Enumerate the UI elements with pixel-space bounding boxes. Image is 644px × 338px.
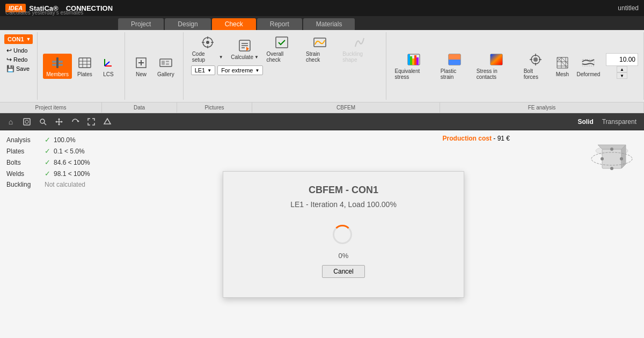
fe-number-up[interactable]: ▲ bbox=[617, 66, 627, 72]
3d-cube-widget[interactable] bbox=[588, 135, 636, 183]
tab-check[interactable]: Check bbox=[212, 18, 256, 30]
status-row-welds: Welds ✓ 98.1 < 100% bbox=[6, 170, 101, 178]
svg-point-58 bbox=[40, 119, 45, 123]
cancel-button[interactable]: Cancel bbox=[322, 265, 364, 278]
svg-marker-62 bbox=[58, 118, 60, 120]
view-transparent[interactable]: Transparent bbox=[599, 117, 640, 127]
mesh-button[interactable]: Mesh bbox=[552, 54, 573, 79]
plates-button[interactable]: Plates bbox=[74, 54, 96, 79]
svg-marker-67 bbox=[104, 119, 111, 124]
ribbon-section-data: Members Plates bbox=[38, 32, 125, 100]
svg-rect-39 bbox=[449, 54, 460, 60]
status-row-plates: Plates ✓ 0.1 < 5.0% bbox=[6, 147, 101, 155]
svg-marker-66 bbox=[78, 120, 79, 122]
le1-dropdown[interactable]: LE1 ▼ bbox=[191, 65, 216, 75]
svg-rect-56 bbox=[24, 119, 30, 125]
progress-spinner-area: 0% Cancel bbox=[223, 219, 464, 297]
svg-point-73 bbox=[610, 148, 613, 151]
main-content: Analysis ✓ 100.0% Plates ✓ 0.1 < 5.0% Bo… bbox=[0, 130, 644, 338]
ribbon-label-pictures: Pictures bbox=[177, 102, 252, 113]
svg-rect-34 bbox=[412, 58, 414, 65]
svg-point-43 bbox=[533, 57, 538, 62]
buckling-shape-button[interactable]: Buckling shape bbox=[339, 33, 380, 64]
svg-marker-63 bbox=[58, 124, 60, 126]
svg-rect-41 bbox=[491, 54, 502, 65]
svg-line-10 bbox=[105, 62, 109, 66]
progress-percent: 0% bbox=[339, 252, 349, 260]
svg-rect-16 bbox=[166, 61, 169, 62]
fe-number-input[interactable]: 10.00 bbox=[606, 53, 638, 66]
window-title: untitled bbox=[618, 4, 639, 12]
svg-marker-65 bbox=[61, 121, 63, 123]
svg-point-57 bbox=[25, 120, 28, 123]
svg-rect-3 bbox=[79, 58, 91, 68]
svg-line-59 bbox=[44, 123, 46, 125]
plastic-strain-button[interactable]: Plastic strain bbox=[437, 50, 472, 82]
gallery-button[interactable]: Gallery bbox=[154, 54, 178, 79]
strain-check-button[interactable]: Strain check bbox=[303, 33, 337, 64]
svg-rect-32 bbox=[408, 54, 410, 65]
svg-point-74 bbox=[620, 157, 623, 160]
svg-rect-17 bbox=[166, 63, 169, 65]
svg-point-75 bbox=[601, 157, 604, 160]
svg-rect-35 bbox=[414, 55, 416, 65]
deformed-button[interactable]: Deformed bbox=[574, 54, 603, 79]
nav-tabs: Project Design Check Report Materials bbox=[0, 16, 644, 30]
search-button[interactable] bbox=[36, 115, 49, 128]
progress-dialog: CBFEM - CON1 LE1 - Iteration 4, Load 100… bbox=[223, 171, 464, 298]
redo-button[interactable]: ↪ Redo bbox=[4, 55, 33, 64]
progress-subtitle: LE1 - Iteration 4, Load 100.00% bbox=[223, 200, 464, 219]
refresh-button[interactable] bbox=[69, 115, 82, 128]
quick-actions: CON1 ▼ ↩ Undo ↪ Redo 💾 Save bbox=[0, 32, 38, 100]
view-solid[interactable]: Solid bbox=[574, 117, 596, 127]
overall-check-button[interactable]: Overall check bbox=[264, 33, 301, 64]
calculate-button[interactable]: Calculate ▼ bbox=[229, 36, 261, 62]
svg-marker-64 bbox=[55, 121, 57, 123]
ribbon-label-fe-analysis: FE analysis bbox=[440, 102, 644, 113]
center-area: Production cost - 91 € CBFEM - CON1 LE1 … bbox=[107, 130, 580, 338]
svg-rect-15 bbox=[162, 61, 165, 65]
lcs-button[interactable]: LCS bbox=[98, 54, 119, 79]
view-options: Solid Transparent bbox=[574, 117, 640, 127]
logo-area: IDEA StatiCa® CONNECTION Calculates yest… bbox=[5, 4, 113, 12]
tab-materials[interactable]: Materials bbox=[303, 18, 355, 30]
undo-button[interactable]: ↩ Undo bbox=[4, 46, 33, 55]
svg-rect-69 bbox=[602, 149, 621, 168]
ribbon-label-data: Data bbox=[102, 102, 177, 113]
fullscreen-button[interactable] bbox=[85, 115, 98, 128]
ribbon-section-fe: Equivalent stress Plastic strain bbox=[386, 32, 644, 100]
svg-point-76 bbox=[610, 167, 613, 170]
bolt-forces-button[interactable]: Bolt forces bbox=[521, 50, 551, 82]
ribbon-labels: Project items Data Pictures CBFEM FE ana… bbox=[0, 102, 644, 113]
spinner bbox=[333, 225, 354, 246]
fe-number-down[interactable]: ▼ bbox=[617, 72, 627, 79]
ribbon-section-cbfem: Code setup ▼ bbox=[184, 32, 386, 100]
shape-button[interactable] bbox=[101, 115, 114, 128]
new-button[interactable]: New bbox=[130, 54, 152, 79]
status-row-bolts: Bolts ✓ 84.6 < 100% bbox=[6, 158, 101, 166]
home-button[interactable]: ⌂ bbox=[4, 115, 17, 128]
ribbon: CON1 ▼ ↩ Undo ↪ Redo 💾 Save bbox=[0, 30, 644, 113]
equivalent-stress-button[interactable]: Equivalent stress bbox=[392, 50, 436, 82]
save-button[interactable]: 💾 Save bbox=[4, 64, 33, 73]
svg-point-19 bbox=[206, 41, 209, 44]
zoom-fit-button[interactable] bbox=[20, 115, 33, 128]
toolbar: ⌂ bbox=[0, 113, 644, 130]
tab-report[interactable]: Report bbox=[257, 18, 302, 30]
svg-line-52 bbox=[557, 57, 568, 68]
extreme-dropdown[interactable]: For extreme ▼ bbox=[217, 65, 263, 75]
ribbon-label-cbfem: CBFEM bbox=[252, 102, 440, 113]
svg-rect-36 bbox=[416, 57, 419, 65]
tab-design[interactable]: Design bbox=[165, 18, 210, 30]
code-setup-button[interactable]: Code setup ▼ bbox=[189, 33, 226, 64]
svg-marker-28 bbox=[246, 47, 249, 51]
members-button[interactable]: Members bbox=[43, 54, 72, 79]
con1-dropdown[interactable]: CON1 ▼ bbox=[4, 34, 33, 44]
3d-widget-area bbox=[580, 130, 644, 338]
stress-contacts-button[interactable]: Stress in contacts bbox=[473, 50, 519, 82]
status-panel: Analysis ✓ 100.0% Plates ✓ 0.1 < 5.0% Bo… bbox=[0, 130, 107, 338]
move-button[interactable] bbox=[53, 115, 65, 128]
progress-title: CBFEM - CON1 bbox=[223, 172, 464, 200]
tab-project[interactable]: Project bbox=[118, 18, 164, 30]
svg-rect-29 bbox=[276, 37, 288, 48]
